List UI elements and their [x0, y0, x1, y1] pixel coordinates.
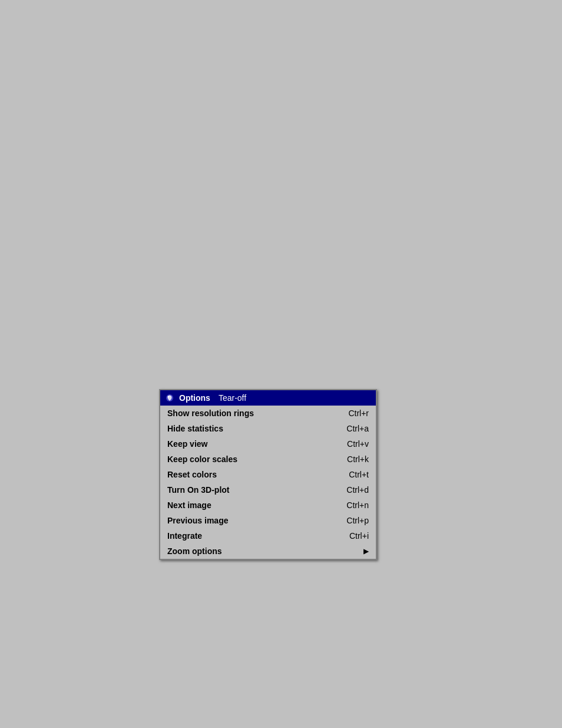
menu-item-arrow-zoom-options: ▶	[363, 547, 369, 555]
menu-item-shortcut-next-image: Ctrl+n	[346, 500, 369, 510]
menu-item-previous-image[interactable]: Previous imageCtrl+p	[160, 513, 376, 528]
menu-item-label-reset-colors: Reset colors	[167, 470, 217, 479]
svg-point-2	[168, 396, 170, 398]
menu-options-label[interactable]: Options	[179, 393, 210, 403]
menu-item-integrate[interactable]: IntegrateCtrl+i	[160, 528, 376, 543]
menu-item-shortcut-reset-colors: Ctrl+t	[349, 470, 369, 479]
menu-titlebar: Options Tear-off	[160, 390, 376, 406]
menu-tearoff-label[interactable]: Tear-off	[219, 393, 246, 403]
menu-item-keep-view[interactable]: Keep viewCtrl+v	[160, 436, 376, 452]
menu-item-turn-on-3d-plot[interactable]: Turn On 3D-plotCtrl+d	[160, 482, 376, 498]
menu-item-shortcut-keep-view: Ctrl+v	[347, 439, 369, 449]
menu-item-label-show-resolution-rings: Show resolution rings	[167, 409, 254, 418]
menu-item-shortcut-turn-on-3d-plot: Ctrl+d	[346, 485, 369, 495]
menu-item-shortcut-integrate: Ctrl+i	[349, 531, 369, 541]
menu-item-label-previous-image: Previous image	[167, 516, 229, 525]
menu-app-icon	[164, 392, 176, 404]
menu-item-show-resolution-rings[interactable]: Show resolution ringsCtrl+r	[160, 406, 376, 421]
menu-items-list: Show resolution ringsCtrl+rHide statisti…	[160, 406, 376, 559]
menu-item-label-zoom-options: Zoom options	[167, 546, 222, 556]
menu-item-label-integrate: Integrate	[167, 531, 202, 541]
menu-item-next-image[interactable]: Next imageCtrl+n	[160, 498, 376, 513]
context-menu: Options Tear-off Show resolution ringsCt…	[159, 389, 377, 560]
menu-item-shortcut-show-resolution-rings: Ctrl+r	[348, 409, 369, 418]
menu-item-label-keep-color-scales: Keep color scales	[167, 454, 237, 464]
menu-item-shortcut-previous-image: Ctrl+p	[346, 516, 369, 525]
menu-item-hide-statistics[interactable]: Hide statisticsCtrl+a	[160, 421, 376, 436]
menu-item-shortcut-hide-statistics: Ctrl+a	[346, 424, 369, 433]
menu-item-reset-colors[interactable]: Reset colorsCtrl+t	[160, 467, 376, 482]
menu-item-keep-color-scales[interactable]: Keep color scalesCtrl+k	[160, 452, 376, 467]
menu-item-shortcut-keep-color-scales: Ctrl+k	[347, 454, 369, 464]
menu-item-label-hide-statistics: Hide statistics	[167, 424, 223, 433]
menu-item-label-keep-view: Keep view	[167, 439, 207, 449]
menu-item-label-turn-on-3d-plot: Turn On 3D-plot	[167, 485, 230, 495]
menu-item-label-next-image: Next image	[167, 500, 211, 510]
menu-item-zoom-options[interactable]: Zoom options▶	[160, 543, 376, 559]
